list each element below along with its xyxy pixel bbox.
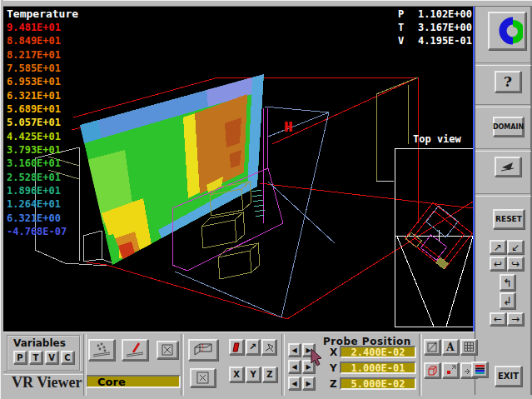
legend-entry: 5.689E+01 bbox=[7, 103, 67, 117]
app-title: VR Viewer bbox=[12, 374, 82, 392]
zoom-out-button[interactable] bbox=[442, 362, 459, 378]
arrow-sw-icon: ↙ bbox=[511, 242, 520, 253]
variable-label: P bbox=[17, 353, 22, 362]
variable-label: V bbox=[48, 353, 55, 362]
probe-z-steppers: ◀ ▶ bbox=[288, 377, 315, 390]
help-label: ? bbox=[504, 73, 512, 90]
domain-label: DOMAIN bbox=[493, 123, 524, 131]
pan-buttons: ← → bbox=[490, 312, 524, 326]
annotate-a-icon: A bbox=[446, 342, 454, 353]
probe-x-field[interactable]: 2.400E-02 bbox=[340, 346, 416, 358]
pan-right-button[interactable]: → bbox=[507, 312, 524, 326]
divider bbox=[475, 193, 531, 197]
rotate-ne-button[interactable]: ↗ bbox=[490, 240, 506, 254]
legend-entry: 8.217E+01 bbox=[7, 49, 67, 62]
annotate-button[interactable]: A bbox=[442, 339, 459, 355]
domain-button[interactable]: DOMAIN bbox=[493, 117, 524, 137]
palette-button[interactable] bbox=[471, 362, 488, 377]
probe-z-field[interactable]: 5.000E-02 bbox=[340, 377, 416, 390]
stepper-right-icon: ▶ bbox=[306, 380, 311, 387]
legend-entry: 3.160E+01 bbox=[7, 157, 67, 171]
bottom-toolbar: Variables P T V C VR Viewer bbox=[3, 332, 475, 395]
grid-toggle-button[interactable] bbox=[460, 339, 477, 355]
slice-box-icon bbox=[191, 342, 215, 358]
legend-entry: 6.321E+01 bbox=[7, 90, 67, 103]
core-dropdown[interactable]: Core bbox=[86, 375, 181, 388]
probe-x-dec-button[interactable]: ◀ bbox=[288, 343, 301, 357]
probe-y-value: 1.000E-01 bbox=[351, 362, 405, 374]
viewport-3d[interactable] bbox=[3, 7, 475, 332]
clear-plot-button[interactable] bbox=[157, 341, 178, 359]
eye-cursor-icon bbox=[500, 161, 516, 172]
red-cube-icon bbox=[427, 365, 438, 376]
probe-marker-h[interactable]: H bbox=[284, 119, 292, 135]
pen-page-icon bbox=[427, 342, 438, 352]
legend-entry: 3.793E+01 bbox=[7, 144, 67, 157]
readout-label: T bbox=[398, 22, 418, 35]
divider bbox=[181, 334, 184, 396]
legend-entry: 1.896E+01 bbox=[7, 185, 67, 198]
slice-box-button[interactable] bbox=[188, 339, 218, 361]
variables-label: Variables bbox=[13, 337, 79, 349]
legend-entry: 7.585E+01 bbox=[7, 62, 67, 76]
probe-z-dec-button[interactable]: ◀ bbox=[288, 377, 301, 390]
axis-z-button[interactable]: Z bbox=[262, 367, 277, 382]
red-slice-icon bbox=[231, 342, 241, 352]
readout-value: 1.102E+00 bbox=[418, 8, 472, 22]
probe-plot-button[interactable] bbox=[122, 339, 148, 361]
mouse-cursor bbox=[310, 348, 323, 367]
outline-mode-button[interactable] bbox=[424, 339, 440, 355]
color-bars-icon bbox=[475, 364, 485, 375]
grid-icon bbox=[464, 342, 475, 352]
probe-y-dec-button[interactable]: ◀ bbox=[288, 360, 301, 373]
divider bbox=[3, 372, 83, 375]
rotate-left-button[interactable]: ↩ bbox=[490, 257, 506, 271]
readout-value: 3.167E+00 bbox=[418, 22, 472, 35]
exit-button[interactable]: EXIT bbox=[495, 366, 522, 387]
variable-label: C bbox=[64, 353, 70, 362]
probe-x-axis-label: X bbox=[330, 347, 337, 358]
help-button[interactable]: ? bbox=[495, 71, 521, 92]
probe-y-axis-label: Y bbox=[330, 362, 337, 374]
vr-viewer-window: Temperature 9.481E+01 8.849E+01 8.217E+0… bbox=[0, 0, 532, 399]
variable-v-button[interactable]: V bbox=[45, 351, 58, 364]
divider bbox=[475, 62, 531, 66]
legend-entry: 2.528E+01 bbox=[7, 172, 67, 185]
rotate-right-button[interactable]: ↪ bbox=[507, 257, 524, 271]
sidebar: ? DOMAIN RESET ↗ ↙ ↩ ↪ ↰ ↲ ← → EXIT bbox=[475, 7, 532, 395]
stepper-left-icon: ◀ bbox=[291, 380, 296, 387]
legend-entry: 4.425E+01 bbox=[7, 131, 67, 144]
streamlines-button[interactable] bbox=[88, 339, 115, 361]
slice-move-button[interactable]: ↗ bbox=[246, 339, 260, 355]
tilt-up-button[interactable]: ↰ bbox=[500, 274, 515, 291]
axis-y-button[interactable]: Y bbox=[246, 367, 261, 382]
variable-t-button[interactable]: T bbox=[29, 351, 42, 364]
variable-p-button[interactable]: P bbox=[13, 351, 27, 364]
pan-left-button[interactable]: ← bbox=[490, 312, 506, 326]
rotate-sw-button[interactable]: ↙ bbox=[507, 240, 524, 254]
rotate-return-buttons: ↩ ↪ bbox=[490, 257, 524, 271]
rotate-diagonal-buttons: ↗ ↙ bbox=[490, 240, 524, 254]
view-probe-button[interactable] bbox=[495, 157, 521, 177]
logo-button[interactable] bbox=[488, 12, 526, 50]
probe-grab-button[interactable] bbox=[261, 339, 276, 355]
probe-z-inc-button[interactable]: ▶ bbox=[302, 377, 315, 390]
axis-x-button[interactable]: X bbox=[229, 367, 244, 382]
slice-plane-button[interactable] bbox=[229, 339, 244, 355]
tilt-down-button[interactable]: ↲ bbox=[500, 292, 515, 309]
x-box-icon bbox=[162, 344, 173, 356]
probe-y-field[interactable]: 1.000E-01 bbox=[340, 362, 416, 374]
grab-icon bbox=[264, 342, 275, 352]
reset-button[interactable]: RESET bbox=[493, 209, 525, 229]
variable-label: T bbox=[33, 353, 39, 362]
axis-label: Z bbox=[266, 370, 272, 379]
temperature-legend: 9.481E+01 8.849E+01 8.217E+01 7.585E+01 … bbox=[7, 22, 67, 240]
object-view-button[interactable] bbox=[424, 362, 440, 378]
slice-off-button[interactable] bbox=[190, 368, 216, 387]
variable-c-button[interactable]: C bbox=[61, 351, 74, 364]
cham-logo-icon bbox=[491, 15, 523, 47]
return-right-icon: ↪ bbox=[511, 258, 520, 270]
axis-label: Y bbox=[250, 370, 256, 379]
particles-icon bbox=[92, 342, 112, 358]
legend-entry: 9.481E+01 bbox=[7, 22, 67, 35]
